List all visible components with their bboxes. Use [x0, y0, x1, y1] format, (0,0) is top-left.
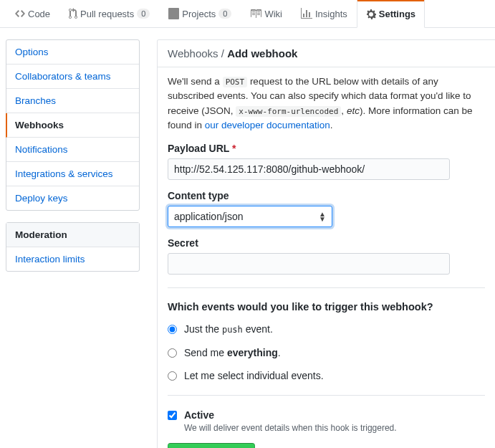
content-type-label: Content type	[168, 190, 485, 201]
projects-count: 0	[218, 9, 231, 19]
sidebar-item-branches[interactable]: Branches	[6, 89, 139, 113]
project-icon	[168, 8, 179, 19]
breadcrumb: Webhooks / Add webhook	[158, 40, 495, 67]
payload-url-label: Payload URL *	[168, 143, 485, 154]
sidebar-item-deploy-keys[interactable]: Deploy keys	[6, 186, 139, 210]
divider-2	[168, 395, 485, 396]
events-label-everything[interactable]: Send me everything.	[184, 346, 281, 359]
tab-code[interactable]: Code	[6, 0, 59, 27]
tab-insights[interactable]: Insights	[292, 0, 357, 27]
secret-input[interactable]	[168, 253, 450, 275]
divider	[168, 287, 485, 288]
payload-url-input[interactable]	[168, 158, 450, 180]
active-note: We will deliver event details when this …	[184, 423, 397, 433]
docs-link[interactable]: our developer documentation	[205, 120, 330, 130]
pulls-count: 0	[137, 9, 150, 19]
settings-menu-moderation: Moderation Interaction limits	[6, 222, 140, 272]
content-type-select[interactable]: application/json ▲▼	[168, 206, 332, 227]
content-type-value: application/json	[174, 211, 244, 222]
secret-label: Secret	[168, 237, 485, 249]
events-radio-push[interactable]	[168, 325, 177, 334]
settings-menu-main: Options Collaborators & teams Branches W…	[6, 39, 140, 211]
breadcrumb-sep: /	[218, 47, 228, 59]
gear-icon	[366, 9, 376, 20]
settings-sidebar: Options Collaborators & teams Branches W…	[0, 39, 140, 448]
breadcrumb-current: Add webhook	[227, 47, 297, 59]
events-label-push[interactable]: Just the push event.	[184, 323, 273, 336]
sidebar-item-notifications[interactable]: Notifications	[6, 138, 139, 162]
tab-wiki-label: Wiki	[264, 9, 282, 19]
tab-projects-label: Projects	[182, 9, 216, 19]
sidebar-item-options[interactable]: Options	[6, 40, 139, 65]
tab-code-label: Code	[28, 9, 50, 19]
moderation-heading: Moderation	[6, 223, 139, 247]
book-icon	[250, 8, 261, 19]
add-webhook-button[interactable]: Add webhook	[168, 443, 255, 448]
events-label-individual[interactable]: Let me select individual events.	[184, 369, 324, 382]
active-checkbox[interactable]	[168, 411, 177, 420]
graph-icon	[301, 8, 312, 19]
tab-wiki[interactable]: Wiki	[241, 0, 292, 27]
events-heading: Which events would you like to trigger t…	[168, 301, 485, 313]
tab-insights-label: Insights	[315, 9, 347, 19]
tab-settings-label: Settings	[379, 9, 415, 19]
tab-settings[interactable]: Settings	[357, 0, 425, 28]
sidebar-item-webhooks[interactable]: Webhooks	[6, 113, 139, 138]
sidebar-item-integrations[interactable]: Integrations & services	[6, 162, 139, 186]
tab-pull-requests[interactable]: Pull requests 0	[59, 0, 159, 27]
code-icon	[15, 8, 25, 19]
intro-text: We'll send a POST request to the URL bel…	[168, 75, 485, 133]
tab-pulls-label: Pull requests	[80, 9, 134, 19]
repo-tabs: Code Pull requests 0 Projects 0 Wiki Ins…	[0, 0, 495, 28]
sidebar-item-collaborators[interactable]: Collaborators & teams	[6, 65, 139, 89]
pull-request-icon	[69, 8, 77, 19]
breadcrumb-parent[interactable]: Webhooks	[168, 47, 218, 59]
events-radio-everything[interactable]	[168, 348, 177, 358]
select-arrows-icon: ▲▼	[319, 211, 326, 221]
main-content: Webhooks / Add webhook We'll send a POST…	[157, 39, 495, 448]
required-indicator: *	[232, 143, 236, 154]
active-label[interactable]: Active	[184, 409, 214, 421]
events-radio-individual[interactable]	[168, 371, 177, 381]
tab-projects[interactable]: Projects 0	[159, 0, 241, 27]
sidebar-item-interaction-limits[interactable]: Interaction limits	[6, 247, 139, 271]
